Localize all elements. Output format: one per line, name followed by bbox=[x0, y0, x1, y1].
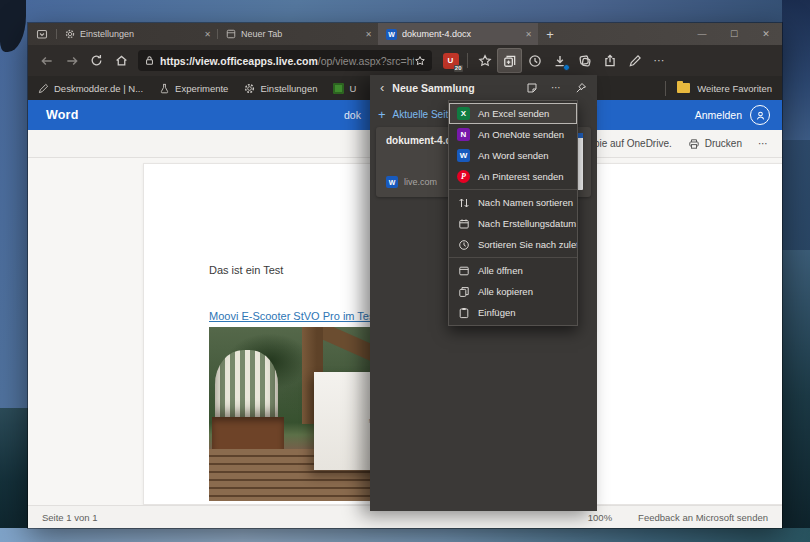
collection-title: Neue Sammlung bbox=[392, 82, 474, 94]
browser-toolbar: https://view.officeapps.live.com/op/view… bbox=[28, 45, 782, 76]
share-icon bbox=[603, 54, 617, 68]
menu-item-send-to-pinterest[interactable]: P An Pinterest senden bbox=[449, 166, 577, 187]
forward-button[interactable] bbox=[59, 48, 84, 73]
photo-beach-chair bbox=[215, 350, 278, 427]
favorite-label: Deskmodder.de | N... bbox=[54, 83, 143, 94]
new-tab-button[interactable]: + bbox=[538, 23, 562, 45]
downloads-button[interactable] bbox=[547, 48, 572, 73]
add-current-page-label: Aktuelle Seite bbox=[393, 109, 454, 120]
tab-close-button[interactable]: ✕ bbox=[204, 30, 211, 39]
clock-icon bbox=[458, 239, 470, 251]
toolbar-separator bbox=[467, 53, 468, 68]
feedback-link[interactable]: Feedback an Microsoft senden bbox=[638, 512, 768, 523]
menu-item-label: Nach Namen sortieren bbox=[478, 197, 573, 208]
menu-item-open-all[interactable]: Alle öffnen bbox=[449, 260, 577, 281]
lock-icon bbox=[144, 55, 155, 66]
card-source-label: live.com bbox=[404, 177, 437, 187]
tab-close-button[interactable]: ✕ bbox=[365, 30, 372, 39]
tab-neuer-tab[interactable]: Neuer Tab ✕ bbox=[218, 23, 378, 45]
tab-bar: Einstellungen ✕ Neuer Tab ✕ W dokument-4… bbox=[28, 23, 782, 45]
maximize-button[interactable]: ☐ bbox=[718, 23, 750, 45]
share-button[interactable] bbox=[597, 48, 622, 73]
menu-item-sort-by-name[interactable]: Nach Namen sortieren bbox=[449, 192, 577, 213]
menu-item-send-to-onenote[interactable]: N An OneNote senden bbox=[449, 124, 577, 145]
settings-more-button[interactable]: ⋯ bbox=[647, 48, 672, 73]
menu-item-copy-all[interactable]: Alle kopieren bbox=[449, 281, 577, 302]
card-source: W live.com bbox=[386, 176, 437, 188]
url-path: /op/view.aspx?src=https%3... bbox=[318, 55, 414, 67]
menu-item-label: Alle öffnen bbox=[478, 265, 523, 276]
more-favorites-button[interactable]: Weitere Favoriten bbox=[697, 83, 772, 94]
window-icon bbox=[458, 265, 470, 277]
favorites-star-icon bbox=[478, 54, 492, 68]
copy-icon bbox=[458, 286, 470, 298]
collections-header: ‹ Neue Sammlung ⋯ bbox=[370, 75, 597, 100]
layers-icon bbox=[578, 54, 592, 68]
collections-panel: ‹ Neue Sammlung ⋯ + Aktuelle Seite bbox=[370, 75, 597, 511]
collections-header-icons: ⋯ bbox=[526, 82, 587, 94]
wallpaper-horizon bbox=[0, 528, 810, 542]
menu-item-send-to-excel[interactable]: X An Excel senden bbox=[449, 103, 577, 124]
word-toolbar-more-button[interactable]: ⋯ bbox=[758, 138, 768, 149]
tab-dokument-active[interactable]: W dokument-4.docx ✕ bbox=[378, 23, 538, 45]
wallpaper-dark-edge bbox=[782, 250, 810, 542]
tab-einstellungen[interactable]: Einstellungen ✕ bbox=[57, 23, 217, 45]
refresh-button[interactable] bbox=[84, 48, 109, 73]
menu-item-paste[interactable]: Einfügen bbox=[449, 302, 577, 323]
status-bar-right: 100% Feedback an Microsoft senden bbox=[588, 512, 768, 523]
tab-close-button[interactable]: ✕ bbox=[525, 30, 532, 39]
history-button[interactable] bbox=[522, 48, 547, 73]
signin-label: Anmelden bbox=[695, 109, 742, 121]
word-favicon: W bbox=[386, 176, 398, 188]
sort-icon bbox=[458, 197, 470, 209]
more-dots: ⋯ bbox=[654, 54, 666, 67]
tab-actions-button[interactable] bbox=[28, 23, 56, 45]
back-button[interactable] bbox=[34, 48, 59, 73]
menu-item-sort-by-creation-date[interactable]: Nach Erstellungsdatum sort bbox=[449, 213, 577, 234]
collections-button[interactable] bbox=[497, 48, 522, 73]
favorites-button[interactable] bbox=[472, 48, 497, 73]
url-text: https://view.officeapps.live.com/op/view… bbox=[160, 55, 414, 67]
favorite-site-u[interactable]: U bbox=[333, 83, 356, 94]
download-badge bbox=[563, 64, 570, 71]
wallpaper-dark-edge bbox=[782, 0, 810, 140]
flask-icon bbox=[159, 83, 170, 94]
favorite-deskmodder[interactable]: Deskmodder.de | N... bbox=[38, 83, 143, 94]
pinterest-icon: P bbox=[457, 170, 470, 183]
menu-item-label: Nach Erstellungsdatum sort bbox=[478, 218, 577, 229]
note-icon[interactable] bbox=[526, 82, 538, 94]
apps-button[interactable] bbox=[572, 48, 597, 73]
print-button[interactable]: Drucken bbox=[688, 138, 742, 150]
minimize-button[interactable]: — bbox=[686, 23, 718, 45]
desktop: Einstellungen ✕ Neuer Tab ✕ W dokument-4… bbox=[0, 0, 810, 542]
pen-favicon bbox=[38, 83, 49, 94]
word-brand: Word bbox=[46, 108, 79, 122]
web-capture-button[interactable] bbox=[622, 48, 647, 73]
extension-button[interactable]: U 20 bbox=[438, 48, 463, 73]
back-chevron-icon[interactable]: ‹ bbox=[380, 81, 384, 94]
add-favorite-star-icon[interactable] bbox=[414, 55, 426, 67]
zoom-level[interactable]: 100% bbox=[588, 512, 612, 523]
menu-item-label: An Excel senden bbox=[478, 108, 549, 119]
tab-actions-icon bbox=[36, 28, 48, 40]
pin-icon[interactable] bbox=[575, 82, 587, 94]
favorite-experimente[interactable]: Experimente bbox=[159, 83, 228, 94]
document-paragraph: Das ist ein Test bbox=[209, 264, 283, 276]
add-current-page-button[interactable]: + Aktuelle Seite bbox=[378, 108, 454, 121]
menu-item-label: An Word senden bbox=[478, 150, 549, 161]
favorite-einstellungen[interactable]: Einstellungen bbox=[244, 83, 317, 94]
collections-more-button[interactable]: ⋯ bbox=[551, 82, 562, 93]
menu-item-sort-by-recent[interactable]: Sortieren Sie nach zuletzt vi bbox=[449, 234, 577, 255]
address-bar[interactable]: https://view.officeapps.live.com/op/view… bbox=[138, 50, 432, 71]
favorites-separator bbox=[665, 81, 666, 96]
signin-area[interactable]: Anmelden bbox=[695, 105, 770, 125]
window-controls: — ☐ ✕ bbox=[686, 23, 782, 45]
calendar-icon bbox=[458, 218, 470, 230]
menu-item-send-to-word[interactable]: W An Word senden bbox=[449, 145, 577, 166]
gear-icon bbox=[65, 29, 75, 39]
home-button[interactable] bbox=[109, 48, 134, 73]
avatar-icon bbox=[750, 105, 770, 125]
browser-window: Einstellungen ✕ Neuer Tab ✕ W dokument-4… bbox=[28, 23, 782, 528]
close-button[interactable]: ✕ bbox=[750, 23, 782, 45]
menu-item-label: Alle kopieren bbox=[478, 286, 533, 297]
